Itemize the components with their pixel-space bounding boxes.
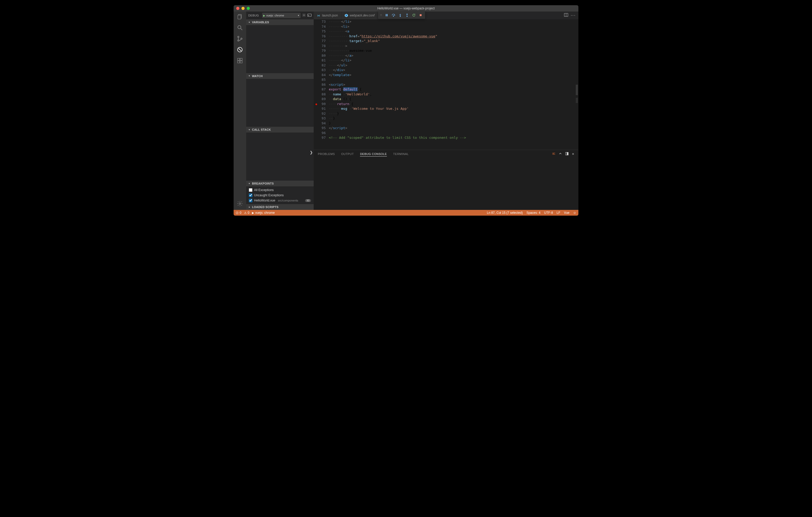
debug-config-picker[interactable]: ▶ vuejs: chrome ▼	[262, 13, 300, 18]
code-line[interactable]: 87export·default·{	[314, 87, 578, 92]
code-content[interactable]: ······msg:·'Welcome·to·Your·Vue.js·App'	[329, 107, 578, 111]
breakpoint-gutter[interactable]	[314, 102, 319, 107]
code-content[interactable]	[329, 131, 578, 136]
breakpoint-gutter[interactable]	[314, 111, 319, 116]
code-line[interactable]: 74······<li>	[314, 24, 578, 29]
code-content[interactable]: </template>	[329, 73, 578, 78]
code-content[interactable]	[329, 78, 578, 82]
restart-button[interactable]	[410, 12, 417, 19]
debug-icon[interactable]	[237, 47, 243, 53]
step-out-button[interactable]	[404, 12, 410, 19]
status-spaces[interactable]: Spaces: 4	[526, 211, 540, 215]
breakpoint-gutter[interactable]	[314, 44, 319, 49]
close-panel-icon[interactable]: ✕	[572, 152, 574, 156]
breakpoint-gutter[interactable]	[314, 82, 319, 87]
code-content[interactable]: ······<li>	[329, 24, 578, 29]
code-line[interactable]: 81······</li>	[314, 58, 578, 63]
minimap-slider[interactable]	[576, 85, 578, 95]
status-encoding[interactable]: UTF-8	[544, 211, 553, 215]
code-line[interactable]: 90····return·{	[314, 102, 578, 107]
step-over-button[interactable]	[390, 12, 397, 19]
code-line[interactable]: 76··········href="https://github.com/vue…	[314, 34, 578, 39]
feedback-icon[interactable]: ☺	[573, 211, 576, 215]
breakpoint-gutter[interactable]	[314, 135, 319, 140]
code-line[interactable]: 84</template>	[314, 73, 578, 78]
split-editor-icon[interactable]	[564, 13, 568, 18]
tab-webpack-dev-conf[interactable]: webpack.dev.conf	[341, 11, 378, 19]
code-content[interactable]: ····}	[329, 111, 578, 116]
breakpoint-gutter[interactable]	[314, 131, 319, 136]
code-line[interactable]: 91······msg:·'Welcome·to·Your·Vue.js·App…	[314, 107, 578, 111]
code-line[interactable]: 94}	[314, 121, 578, 126]
code-content[interactable]: ··</div>	[329, 68, 578, 73]
search-icon[interactable]	[237, 25, 243, 31]
code-line[interactable]: 73······</li>	[314, 19, 578, 24]
code-line[interactable]: 75········<a	[314, 29, 578, 34]
debug-settings-icon[interactable]	[302, 13, 306, 18]
breakpoint-gutter[interactable]	[314, 97, 319, 102]
tab-problems[interactable]: PROBLEMS	[318, 152, 335, 155]
tab-terminal[interactable]: TERMINAL	[393, 152, 409, 155]
status-debug-target[interactable]: ▶ vuejs: chrome	[252, 211, 275, 215]
status-errors[interactable]: ⓧ 0	[236, 211, 241, 215]
breakpoint-gutter[interactable]	[314, 68, 319, 73]
breakpoint-gutter[interactable]	[314, 78, 319, 82]
code-line[interactable]: 80········</a>	[314, 53, 578, 58]
status-language[interactable]: Vue	[564, 211, 570, 215]
code-line[interactable]: 79··········awesome-vue	[314, 48, 578, 53]
breakpoint-item[interactable]: Uncaught Exceptions	[246, 193, 314, 198]
callstack-section-header[interactable]: ▼ CALL STACK	[246, 127, 314, 132]
breakpoint-gutter[interactable]	[314, 19, 319, 24]
breakpoint-gutter[interactable]	[314, 58, 319, 63]
clear-console-icon[interactable]	[552, 152, 556, 156]
code-content[interactable]: ··data·()·{	[329, 97, 578, 102]
breakpoint-gutter[interactable]	[314, 121, 319, 126]
code-content[interactable]: export·default·{	[329, 87, 578, 92]
code-editor[interactable]: 73······</li>74······<li>75········<a76·…	[314, 19, 578, 150]
status-selection[interactable]: Ln 87, Col 15 (7 selected)	[487, 211, 523, 215]
code-line[interactable]: 82····</ul>	[314, 63, 578, 68]
code-content[interactable]: ··}	[329, 116, 578, 121]
code-line[interactable]: 86<script>	[314, 82, 578, 87]
tab-launch-json[interactable]: ⋈ launch.json	[314, 11, 341, 19]
code-content[interactable]: ····</ul>	[329, 63, 578, 68]
code-content[interactable]: ······</li>	[329, 58, 578, 63]
breakpoint-checkbox[interactable]	[249, 188, 253, 192]
collapse-icon[interactable]	[559, 152, 562, 156]
code-line[interactable]: 97<!--·Add·"scoped"·attribute·to·limit·C…	[314, 135, 578, 140]
source-control-icon[interactable]	[237, 35, 243, 42]
code-content[interactable]: ········<a	[329, 29, 578, 34]
panel-resize-icon[interactable]: ❯	[309, 150, 314, 155]
code-content[interactable]: ··········target="_blank"	[329, 39, 578, 44]
breakpoint-gutter[interactable]	[314, 116, 319, 121]
breakpoint-gutter[interactable]	[314, 107, 319, 111]
more-actions-icon[interactable]: ···	[571, 13, 576, 18]
breakpoint-gutter[interactable]	[314, 39, 319, 44]
breakpoint-gutter[interactable]	[314, 63, 319, 68]
code-content[interactable]: ········</a>	[329, 53, 578, 58]
code-line[interactable]: 96	[314, 131, 578, 136]
debug-toolbar[interactable]: ⠿	[378, 11, 425, 19]
breakpoint-gutter[interactable]	[314, 126, 319, 131]
code-line[interactable]: 88··name:·'HelloWorld',	[314, 92, 578, 97]
breakpoint-gutter[interactable]	[314, 53, 319, 58]
code-content[interactable]: </script>	[329, 126, 578, 131]
code-content[interactable]: ········>	[329, 44, 578, 49]
code-line[interactable]: 92····}	[314, 111, 578, 116]
code-content[interactable]: }	[329, 121, 578, 126]
stop-button[interactable]	[417, 12, 424, 19]
variables-section-header[interactable]: ▼ VARIABLES	[246, 19, 314, 25]
breakpoint-item[interactable]: HelloWorld.vue src/components 90	[246, 198, 314, 203]
step-into-button[interactable]	[397, 12, 404, 19]
start-debug-icon[interactable]: ▶	[263, 14, 265, 17]
pause-button[interactable]	[383, 12, 390, 19]
code-line[interactable]: 89··data·()·{	[314, 97, 578, 102]
breakpoint-item[interactable]: All Exceptions	[246, 187, 314, 193]
code-line[interactable]: 85	[314, 78, 578, 82]
loaded-scripts-section-header[interactable]: ▼ LOADED SCRIPTS	[246, 204, 314, 210]
code-content[interactable]: ······</li>	[329, 19, 578, 24]
explorer-icon[interactable]	[237, 13, 243, 20]
code-line[interactable]: 95</script>	[314, 126, 578, 131]
maximize-panel-icon[interactable]	[565, 152, 569, 156]
drag-grip-icon[interactable]: ⠿	[379, 14, 383, 17]
